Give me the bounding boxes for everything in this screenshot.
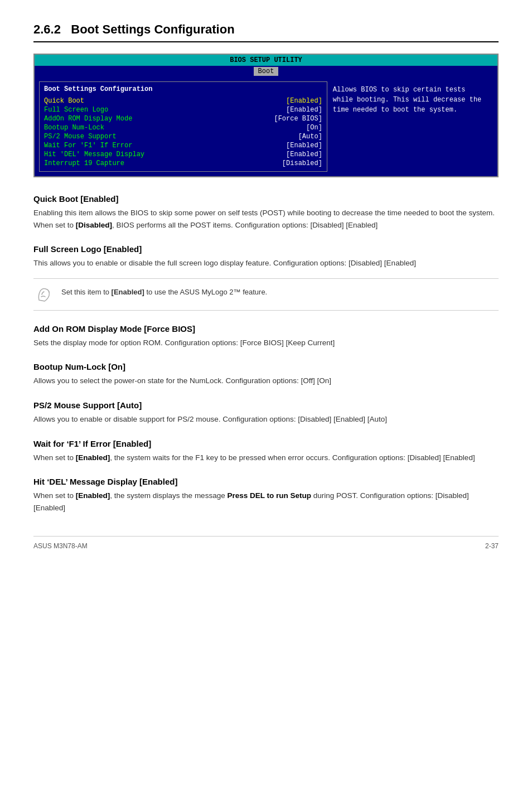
footer-left: ASUS M3N78-AM [33,542,88,550]
bios-right-panel: Allows BIOS to skip certain tests while … [327,81,493,172]
bios-val-fullscreen: [Enabled] [286,106,322,114]
wait-f1-section: Wait for ‘F1’ If Error [Enabled] When se… [33,439,499,464]
bios-row-addon: AddOn ROM Display Mode [Force BIOS] [44,114,322,123]
hit-del-section: Hit ‘DEL’ Message Display [Enabled] When… [33,477,499,514]
bios-left-title: Boot Settings Configuration [44,85,322,93]
bios-screenshot: BIOS SETUP UTILITY Boot Boot Settings Co… [33,54,499,177]
bios-val-numlock: [On] [306,124,322,132]
bios-key-del: Hit 'DEL' Message Display [44,151,144,158]
quick-boot-body: Enabling this item allows the BIOS to sk… [33,207,499,231]
hit-del-heading: Hit ‘DEL’ Message Display [Enabled] [33,477,499,486]
ps2-mouse-heading: PS/2 Mouse Support [Auto] [33,400,499,410]
bios-body: Boot Settings Configuration Quick Boot [… [35,77,497,176]
addon-rom-heading: Add On ROM Display Mode [Force BIOS] [33,324,499,334]
addon-rom-section: Add On ROM Display Mode [Force BIOS] Set… [33,324,499,349]
note-box: Set this item to [Enabled] to use the AS… [33,278,499,311]
bios-row-fullscreen: Full Screen Logo [Enabled] [44,105,322,114]
full-screen-logo-section: Full Screen Logo [Enabled] This allows y… [33,244,499,311]
footer: ASUS M3N78-AM 2-37 [33,536,499,550]
footer-right: 2-37 [485,542,499,550]
bios-val-quickboot: [Enabled] [286,97,322,105]
full-screen-logo-body: This allows you to enable or disable the… [33,257,499,269]
bootup-numlock-section: Bootup Num-Lock [On] Allows you to selec… [33,362,499,387]
hit-del-body: When set to [Enabled], the system displa… [33,490,499,514]
bios-key-f1: Wait For 'F1' If Error [44,142,132,149]
section-title: 2.6.2 Boot Settings Configuration [33,22,499,42]
bios-val-ps2: [Auto] [298,133,322,141]
bios-key-fullscreen: Full Screen Logo [44,106,108,114]
ps2-mouse-body: Allows you to enable or disable support … [33,413,499,426]
quick-boot-heading: Quick Boot [Enabled] [33,194,499,204]
bootup-numlock-body: Allows you to select the power-on state … [33,375,499,387]
bios-tab-bar: Boot [35,66,497,77]
bios-row-int19: Interrupt 19 Capture [Disabled] [44,159,322,168]
note-text: Set this item to [Enabled] to use the AS… [61,284,267,298]
note-icon [33,284,54,305]
bios-header: BIOS SETUP UTILITY [35,55,497,66]
bios-key-quickboot: Quick Boot [44,97,84,105]
bios-key-addon: AddOn ROM Display Mode [44,115,132,123]
quick-boot-section: Quick Boot [Enabled] Enabling this item … [33,194,499,231]
bootup-numlock-heading: Bootup Num-Lock [On] [33,362,499,371]
wait-f1-heading: Wait for ‘F1’ If Error [Enabled] [33,439,499,448]
bios-key-int19: Interrupt 19 Capture [44,160,124,167]
bios-key-numlock: Bootup Num-Lock [44,124,104,132]
bios-val-int19: [Disabled] [282,160,322,167]
bios-val-f1: [Enabled] [286,142,322,149]
bios-val-del: [Enabled] [286,151,322,158]
addon-rom-body: Sets the display mode for option ROM. Co… [33,337,499,349]
bios-left-panel: Boot Settings Configuration Quick Boot [… [39,81,327,172]
ps2-mouse-section: PS/2 Mouse Support [Auto] Allows you to … [33,400,499,426]
full-screen-logo-heading: Full Screen Logo [Enabled] [33,244,499,254]
bios-tab-boot: Boot [254,67,279,76]
bios-val-addon: [Force BIOS] [274,115,322,123]
bios-row-f1: Wait For 'F1' If Error [Enabled] [44,141,322,150]
bios-key-ps2: PS/2 Mouse Support [44,133,117,141]
bios-row-quickboot: Quick Boot [Enabled] [44,96,322,105]
bios-row-numlock: Bootup Num-Lock [On] [44,123,322,132]
wait-f1-body: When set to [Enabled], the system waits … [33,452,499,464]
bios-row-ps2: PS/2 Mouse Support [Auto] [44,132,322,141]
bios-row-del: Hit 'DEL' Message Display [Enabled] [44,150,322,159]
